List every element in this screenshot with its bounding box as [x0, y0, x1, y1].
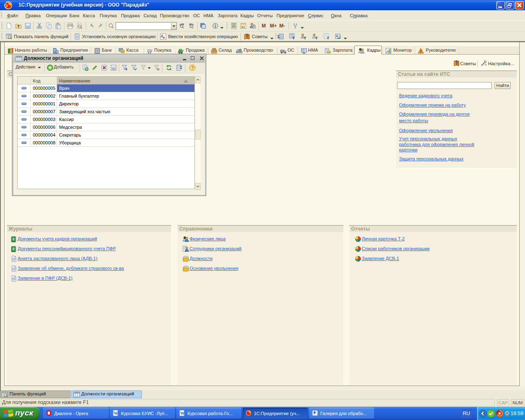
svg-text:Σ: Σ — [277, 34, 280, 39]
svg-text:?: ? — [97, 50, 98, 52]
svg-text:T: T — [292, 36, 295, 40]
svg-text:31: 31 — [241, 25, 245, 29]
svg-text:T: T — [304, 36, 306, 40]
svg-text:?: ? — [455, 61, 457, 65]
svg-text:?: ? — [245, 34, 248, 39]
svg-text:W: W — [180, 411, 184, 415]
svg-text:OK: OK — [112, 68, 115, 70]
svg-text:?: ? — [191, 66, 194, 70]
svg-text:W: W — [114, 411, 118, 415]
svg-text:T: T — [315, 36, 318, 40]
svg-text:T: T — [327, 36, 329, 40]
